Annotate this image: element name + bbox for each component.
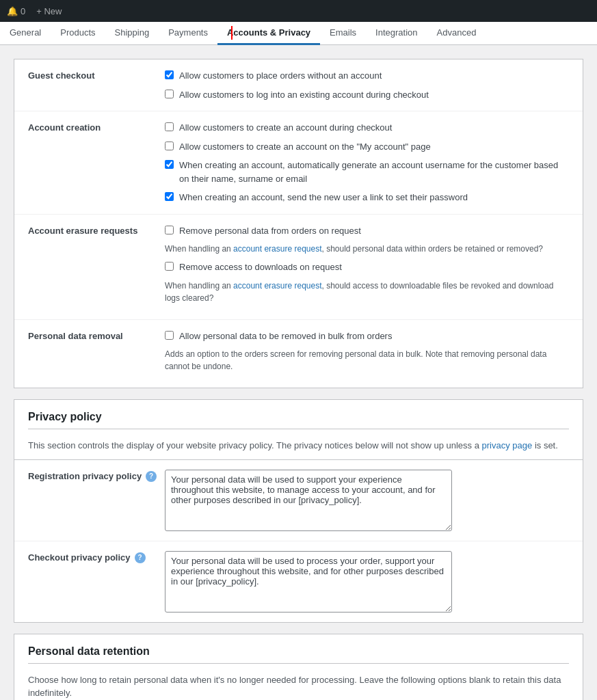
personal-data-removal-row: Personal data removal Allow personal dat… <box>14 320 583 388</box>
checkout-privacy-textarea[interactable]: Your personal data will be used to proce… <box>165 551 452 612</box>
checkout-privacy-label-help: Checkout privacy policy ? <box>28 552 165 563</box>
personal-data-removal-option: Allow personal data to be removed in bul… <box>165 329 569 343</box>
guest-checkout-row: Guest checkout Allow customers to place … <box>14 59 583 111</box>
personal-data-removal-checkbox[interactable] <box>165 331 174 340</box>
guest-checkout-control: Allow customers to place orders without … <box>165 69 569 101</box>
registration-privacy-label: Registration privacy policy ? <box>28 470 165 531</box>
tab-integration[interactable]: Integration <box>366 22 427 45</box>
account-creation-row: Account creation Allow customers to crea… <box>14 111 583 215</box>
account-erasure-helper-2: When handling an account erasure request… <box>165 280 569 304</box>
account-erasure-label-1: Remove personal data from orders on requ… <box>179 224 361 238</box>
cursor-indicator <box>231 26 233 40</box>
account-erasure-label: Account erasure requests <box>28 224 165 310</box>
registration-privacy-row: Registration privacy policy ? Your perso… <box>14 460 583 541</box>
privacy-policy-fields: Registration privacy policy ? Your perso… <box>14 459 583 623</box>
account-creation-option-4: When creating an account, send the new u… <box>165 191 569 204</box>
account-creation-label-1: Allow customers to create an account dur… <box>179 121 392 135</box>
account-creation-control: Allow customers to create an account dur… <box>165 121 569 204</box>
tab-payments[interactable]: Payments <box>159 22 217 45</box>
guest-checkout-label-1: Allow customers to place orders without … <box>179 69 382 83</box>
helper1-before: When handling an <box>165 244 233 254</box>
privacy-policy-section: Privacy policy This section controls the… <box>14 399 583 623</box>
account-creation-option-2: Allow customers to create an account on … <box>165 140 569 154</box>
account-erasure-option-2: Remove access to downloads on request <box>165 260 569 274</box>
erasure-link-1[interactable]: account erasure request <box>233 244 321 254</box>
guest-checkout-label: Guest checkout <box>28 69 165 101</box>
guest-checkout-option-1: Allow customers to place orders without … <box>165 69 569 83</box>
registration-privacy-textarea[interactable]: Your personal data will be used to suppo… <box>165 470 452 531</box>
registration-privacy-control: Your personal data will be used to suppo… <box>165 470 569 531</box>
checkout-privacy-control: Your personal data will be used to proce… <box>165 551 569 612</box>
notifications-item[interactable]: 🔔 0 <box>7 6 25 16</box>
account-creation-label-3: When creating an account, automatically … <box>179 159 569 185</box>
personal-data-removal-helper: Adds an option to the orders screen for … <box>165 348 569 373</box>
registration-privacy-label-text: Registration privacy policy <box>28 471 142 481</box>
account-creation-checkbox-2[interactable] <box>165 142 174 150</box>
checkout-privacy-label-text: Checkout privacy policy <box>28 552 131 563</box>
registration-privacy-label-help: Registration privacy policy ? <box>28 471 165 482</box>
tab-general[interactable]: General <box>0 22 51 45</box>
account-creation-label-4: When creating an account, send the new u… <box>179 191 468 204</box>
privacy-policy-header: Privacy policy <box>14 399 583 432</box>
account-erasure-control: Remove personal data from orders on requ… <box>165 224 569 310</box>
account-erasure-helper-1: When handling an account erasure request… <box>165 243 569 255</box>
tab-products[interactable]: Products <box>51 22 105 45</box>
guest-checkout-checkbox-2[interactable] <box>165 90 174 98</box>
helper2-before: When handling an <box>165 281 233 291</box>
account-creation-option-3: When creating an account, automatically … <box>165 159 569 185</box>
top-bar: 🔔 0 + New <box>0 0 597 22</box>
registration-privacy-help-icon[interactable]: ? <box>146 471 157 482</box>
account-creation-option-1: Allow customers to create an account dur… <box>165 121 569 135</box>
tab-navigation: General Products Shipping Payments Accou… <box>0 22 597 45</box>
main-content: Guest checkout Allow customers to place … <box>0 45 597 700</box>
privacy-policy-description: This section controls the display of you… <box>14 432 583 459</box>
new-label: + New <box>36 6 62 16</box>
account-erasure-option-1: Remove personal data from orders on requ… <box>165 224 569 238</box>
tab-accounts-privacy[interactable]: Accounts & Privacy <box>217 22 320 45</box>
settings-table: Guest checkout Allow customers to place … <box>14 59 583 388</box>
tab-emails[interactable]: Emails <box>320 22 366 45</box>
privacy-page-link[interactable]: privacy page <box>482 440 533 450</box>
helper1-after: , should personal data within orders be … <box>322 244 544 254</box>
account-creation-label-2: Allow customers to create an account on … <box>179 140 431 154</box>
guest-checkout-option-2: Allow customers to log into an existing … <box>165 88 569 102</box>
account-creation-checkbox-4[interactable] <box>165 192 174 201</box>
account-erasure-row: Account erasure requests Remove personal… <box>14 215 583 320</box>
personal-data-removal-option-label: Allow personal data to be removed in bul… <box>179 329 392 343</box>
personal-data-retention-header: Personal data retention <box>14 634 583 667</box>
personal-data-removal-label: Personal data removal <box>28 329 165 379</box>
privacy-desc-after: is set. <box>532 440 558 450</box>
erasure-link-2[interactable]: account erasure request <box>233 281 321 291</box>
bell-icon: 🔔 <box>7 6 18 16</box>
checkout-privacy-label: Checkout privacy policy ? <box>28 551 165 612</box>
privacy-policy-title: Privacy policy <box>28 411 569 429</box>
personal-data-retention-description: Choose how long to retain personal data … <box>14 667 583 701</box>
checkout-privacy-row: Checkout privacy policy ? Your personal … <box>14 541 583 622</box>
notification-count: 0 <box>21 6 25 16</box>
personal-data-retention-section: Personal data retention Choose how long … <box>14 634 583 701</box>
tab-advanced[interactable]: Advanced <box>427 22 486 45</box>
checkout-privacy-help-icon[interactable]: ? <box>135 552 146 563</box>
account-erasure-checkbox-2[interactable] <box>165 262 174 271</box>
account-erasure-label-2: Remove access to downloads on request <box>179 260 342 274</box>
account-erasure-checkbox-1[interactable] <box>165 226 174 234</box>
account-creation-checkbox-1[interactable] <box>165 122 174 131</box>
personal-data-removal-control: Allow personal data to be removed in bul… <box>165 329 569 379</box>
account-creation-checkbox-3[interactable] <box>165 160 174 169</box>
guest-checkout-checkbox-1[interactable] <box>165 70 174 79</box>
privacy-desc-before: This section controls the display of you… <box>28 440 482 450</box>
guest-checkout-label-2: Allow customers to log into an existing … <box>179 88 429 102</box>
tab-shipping[interactable]: Shipping <box>105 22 159 45</box>
account-creation-label: Account creation <box>28 121 165 204</box>
new-button[interactable]: + New <box>36 6 62 16</box>
personal-data-retention-title: Personal data retention <box>28 645 569 664</box>
